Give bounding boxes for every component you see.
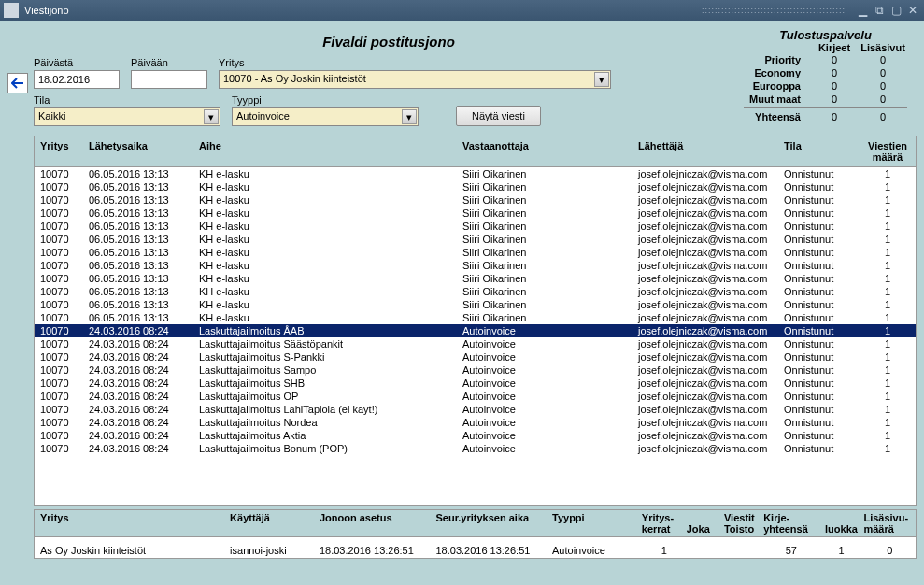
grid-body[interactable]: 1007006.05.2016 13:13KH e-laskuSiiri Oik… bbox=[35, 167, 916, 505]
messages-grid: Yritys Lähetysaika Aihe Vastaanottaja Lä… bbox=[34, 136, 917, 506]
summary-row[interactable]: As Oy Joskin kiinteistöt isannoi-joski 1… bbox=[34, 536, 917, 559]
col-yritys[interactable]: Yritys bbox=[35, 140, 89, 163]
yritys-select[interactable]: 10070 - As Oy Joskin kiinteistöt ▾ bbox=[219, 70, 611, 89]
table-row[interactable]: 1007024.03.2016 08:24Laskuttajailmoitus … bbox=[35, 403, 916, 416]
minimize-icon[interactable]: ▁ bbox=[855, 4, 870, 17]
table-row[interactable]: 1007024.03.2016 08:24Laskuttajailmoitus … bbox=[35, 429, 916, 442]
back-arrow-icon bbox=[11, 78, 24, 89]
table-row[interactable]: 1007024.03.2016 08:24Laskuttajailmoitus … bbox=[35, 350, 916, 364]
table-row[interactable]: 1007006.05.2016 13:13KH e-laskuSiiri Oik… bbox=[35, 285, 916, 298]
paivasta-label: Päivästä bbox=[34, 57, 120, 68]
table-row[interactable]: 1007006.05.2016 13:13KH e-laskuSiiri Oik… bbox=[35, 180, 916, 193]
sr-jonoon: 18.03.2016 13:26:51 bbox=[320, 545, 436, 556]
sh-jonoon: Jonoon asetus bbox=[320, 512, 436, 535]
stats-panel: Tulostuspalvelu Kirjeet Lisäsivut Priori… bbox=[744, 28, 907, 123]
window-titlebar: Viestijono :::::::::::::::::::::::::::::… bbox=[0, 0, 924, 21]
table-row[interactable]: 1007006.05.2016 13:13KH e-laskuSiiri Oik… bbox=[35, 167, 916, 180]
back-button[interactable] bbox=[7, 73, 28, 93]
close-icon[interactable]: ✕ bbox=[905, 4, 920, 17]
yritys-label: Yritys bbox=[219, 57, 611, 68]
table-row[interactable]: 1007006.05.2016 13:13KH e-laskuSiiri Oik… bbox=[35, 272, 916, 285]
table-row[interactable]: 1007024.03.2016 08:24Laskuttajailmoitus … bbox=[35, 416, 916, 429]
nayta-viesti-button[interactable]: Näytä viesti bbox=[456, 106, 541, 126]
sr-luokka: 1 bbox=[819, 545, 864, 556]
col-aihe[interactable]: Aihe bbox=[199, 140, 462, 163]
table-row[interactable]: 1007024.03.2016 08:24Laskuttajailmoitus … bbox=[35, 337, 916, 350]
sr-tyyppi: Autoinvoice bbox=[552, 545, 642, 556]
sr-yritys: As Oy Joskin kiinteistöt bbox=[35, 545, 230, 556]
paivaan-input[interactable] bbox=[131, 70, 207, 89]
stats-col-kirjeet: Kirjeet bbox=[810, 42, 859, 53]
table-row[interactable]: 1007006.05.2016 13:13KH e-laskuSiiri Oik… bbox=[35, 259, 916, 272]
stats-col-lisasivut: Lisäsivut bbox=[859, 42, 907, 53]
stats-row: Priority00 bbox=[744, 53, 907, 66]
page-title: Fivaldi postitusjono bbox=[34, 28, 744, 55]
sh-toisto: ViestitToisto bbox=[724, 512, 763, 535]
col-vastaanottaja[interactable]: Vastaanottaja bbox=[462, 140, 638, 163]
window-title: Viestijono bbox=[24, 5, 702, 16]
summary-header: Yritys Käyttäjä Jonoon asetus Seur.yrity… bbox=[34, 509, 917, 536]
grid-header: Yritys Lähetysaika Aihe Vastaanottaja Lä… bbox=[35, 136, 916, 167]
table-row[interactable]: 1007006.05.2016 13:13KH e-laskuSiiri Oik… bbox=[35, 246, 916, 259]
table-row[interactable]: 1007024.03.2016 08:24Laskuttajailmoitus … bbox=[35, 324, 916, 337]
table-row[interactable]: 1007006.05.2016 13:13KH e-laskuSiiri Oik… bbox=[35, 311, 916, 324]
sh-kayttaja: Käyttäjä bbox=[230, 512, 320, 535]
tila-label: Tila bbox=[34, 94, 220, 106]
tila-select[interactable]: Kaikki ▾ bbox=[34, 107, 220, 126]
dropdown-icon[interactable]: ▾ bbox=[594, 72, 609, 87]
sh-joka: Joka bbox=[687, 512, 724, 535]
stats-row: Economy00 bbox=[744, 66, 907, 79]
table-row[interactable]: 1007006.05.2016 13:13KH e-laskuSiiri Oik… bbox=[35, 220, 916, 233]
col-lahettaja[interactable]: Lähettäjä bbox=[638, 140, 784, 163]
paivaan-label: Päivään bbox=[131, 57, 207, 68]
table-row[interactable]: 1007006.05.2016 13:13KH e-laskuSiiri Oik… bbox=[35, 193, 916, 207]
sr-seur: 18.03.2016 13:26:51 bbox=[435, 545, 552, 556]
dropdown-icon[interactable]: ▾ bbox=[402, 109, 417, 124]
sh-seur: Seur.yrityksen aika bbox=[435, 512, 552, 535]
table-row[interactable]: 1007024.03.2016 08:24Laskuttajailmoitus … bbox=[35, 364, 916, 377]
yritys-value: 10070 - As Oy Joskin kiinteistöt bbox=[223, 73, 366, 84]
sr-yhteensa: 57 bbox=[763, 545, 818, 556]
table-row[interactable]: 1007024.03.2016 08:24Laskuttajailmoitus … bbox=[35, 377, 916, 390]
tila-value: Kaikki bbox=[38, 110, 65, 121]
sh-yhteensa: Kirje-yhteensä bbox=[763, 512, 818, 535]
tyyppi-select[interactable]: Autoinvoice ▾ bbox=[232, 107, 419, 126]
app-icon bbox=[4, 3, 19, 18]
sr-kerrat: 1 bbox=[642, 545, 687, 556]
table-row[interactable]: 1007006.05.2016 13:13KH e-laskuSiiri Oik… bbox=[35, 207, 916, 220]
sh-tyyppi: Tyyppi bbox=[552, 512, 642, 535]
maximize-icon[interactable]: ▢ bbox=[888, 4, 903, 17]
sh-yritys: Yritys bbox=[35, 512, 230, 535]
col-tila[interactable]: Tila bbox=[784, 140, 864, 163]
sr-toisto bbox=[724, 545, 763, 556]
table-row[interactable]: 1007024.03.2016 08:24Laskuttajailmoitus … bbox=[35, 442, 916, 455]
tyyppi-value: Autoinvoice bbox=[236, 110, 290, 121]
sh-lisasivu: Lisäsivu-määrä bbox=[863, 512, 916, 535]
col-lahetysaika[interactable]: Lähetysaika bbox=[89, 140, 199, 163]
stats-title: Tulostuspalvelu bbox=[744, 28, 907, 42]
titlebar-grip: ::::::::::::::::::::::::::::::::::::::::… bbox=[702, 6, 846, 15]
dropdown-icon[interactable]: ▾ bbox=[204, 109, 219, 124]
paivasta-input[interactable] bbox=[34, 70, 120, 89]
restore-icon[interactable]: ⧉ bbox=[872, 4, 887, 17]
tyyppi-label: Tyyppi bbox=[232, 94, 419, 106]
sr-kayttaja: isannoi-joski bbox=[230, 545, 320, 556]
stats-row: Muut maat00 bbox=[744, 93, 907, 106]
sr-lisasivu: 0 bbox=[863, 545, 916, 556]
sh-kerrat: Yritys-kerrat bbox=[642, 512, 687, 535]
sr-joka bbox=[687, 545, 724, 556]
table-row[interactable]: 1007006.05.2016 13:13KH e-laskuSiiri Oik… bbox=[35, 233, 916, 246]
table-row[interactable]: 1007024.03.2016 08:24Laskuttajailmoitus … bbox=[35, 390, 916, 403]
stats-row: Eurooppa00 bbox=[744, 79, 907, 93]
sh-luokka: luokka bbox=[819, 512, 864, 535]
table-row[interactable]: 1007006.05.2016 13:13KH e-laskuSiiri Oik… bbox=[35, 298, 916, 311]
stats-row: Yhteensä00 bbox=[744, 110, 907, 123]
col-viestien-maara[interactable]: Viestien määrä bbox=[864, 140, 911, 163]
